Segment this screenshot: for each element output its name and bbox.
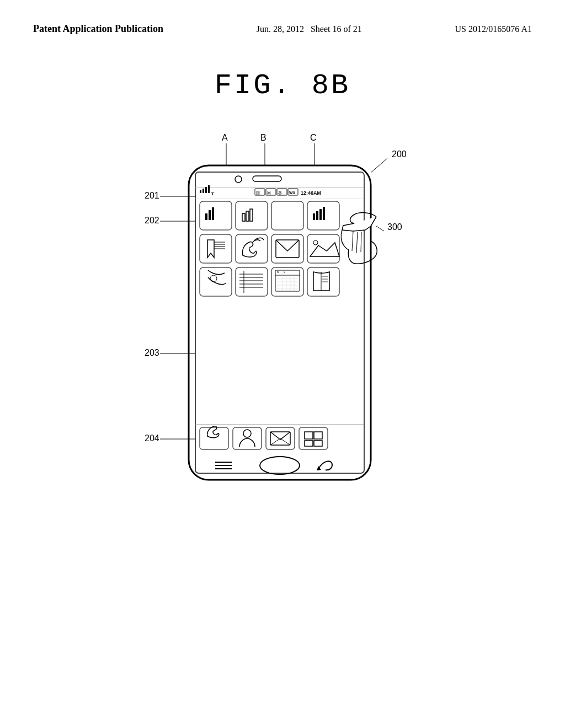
signal-bar-2 [202, 189, 204, 193]
signal-bar-4 [208, 185, 210, 193]
bar4c [319, 209, 322, 220]
label-a: A [222, 133, 228, 142]
patent-page: Patent Application Publication Jun. 28, … [0, 0, 565, 728]
bar1a [205, 213, 207, 220]
publication-label: Patent Application Publication [33, 22, 163, 36]
device-label-200: 200 [392, 149, 407, 159]
diagram-container: A B C 200 [0, 124, 565, 538]
patent-header: Patent Application Publication Jun. 28, … [0, 0, 565, 36]
pointer-label-300: 300 [387, 222, 402, 232]
region-label-203: 203 [145, 348, 159, 357]
status-icon-2-text: 回 [267, 191, 271, 195]
label-c: C [310, 133, 317, 142]
bar4b [316, 211, 318, 220]
bar1b [209, 210, 211, 220]
signal-bar-1 [200, 190, 201, 193]
carrier-text: T [211, 191, 214, 196]
signal-bar-3 [205, 187, 207, 193]
sheet-info: Jun. 28, 2012 Sheet 16 of 21 [257, 22, 362, 36]
figure-title: FIG. 8B [0, 69, 565, 102]
ref-line-200 [371, 158, 387, 173]
bar4a [313, 213, 315, 220]
label-b: B [260, 133, 266, 142]
phone-screen [195, 172, 364, 473]
region-label-202: 202 [145, 216, 159, 225]
diagram-svg: A B C 200 [89, 124, 476, 538]
bar4d [323, 207, 325, 220]
status-icon-3-text: 器 [278, 191, 282, 195]
bar1c [212, 207, 214, 220]
status-icon-1-text: 国 [256, 191, 260, 195]
status-icon-wifi: WX [289, 191, 296, 195]
time-display: 12:46AM [301, 190, 321, 196]
ref-line-300 [376, 226, 384, 231]
region-label-204: 204 [145, 433, 159, 443]
patent-number: US 2012/0165076 A1 [455, 22, 532, 36]
region-label-201: 201 [145, 191, 159, 200]
